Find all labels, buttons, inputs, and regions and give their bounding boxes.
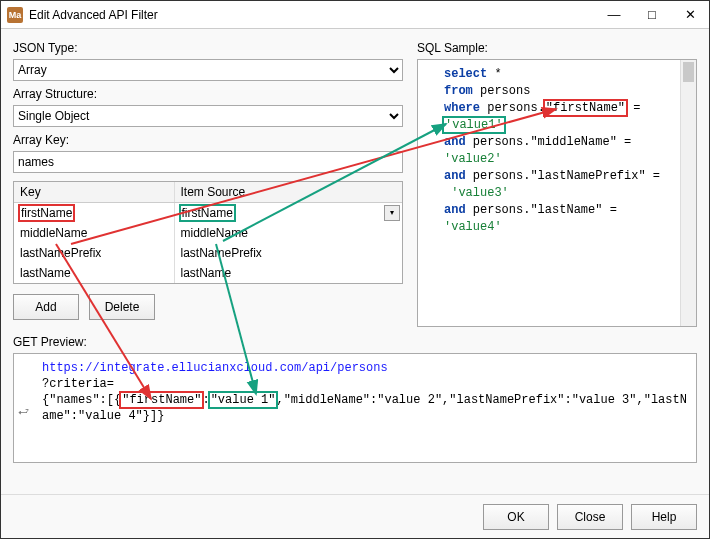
get-preview-label: GET Preview: xyxy=(13,335,697,349)
key-cell: firstName xyxy=(20,206,73,220)
key-cell: middleName xyxy=(14,223,174,243)
col-key-header[interactable]: Key xyxy=(14,182,174,203)
array-structure-label: Array Structure: xyxy=(13,87,403,101)
dialog-footer: OK Close Help xyxy=(1,494,709,538)
sql-firstname-col: "firstName" xyxy=(545,101,626,115)
wrap-icon: ⮐ xyxy=(18,404,29,420)
dialog-window: Ma Edit Advanced API Filter ― □ ✕ JSON T… xyxy=(0,0,710,539)
key-cell: lastName xyxy=(14,263,174,283)
json-type-label: JSON Type: xyxy=(13,41,403,55)
source-cell: lastNamePrefix xyxy=(174,243,402,263)
help-button[interactable]: Help xyxy=(631,504,697,530)
key-cell: lastNamePrefix xyxy=(14,243,174,263)
array-key-label: Array Key: xyxy=(13,133,403,147)
get-preview-box: ⮐ https://integrate.ellucianxcloud.com/a… xyxy=(13,353,697,463)
scrollbar[interactable] xyxy=(680,60,696,326)
source-cell: lastName xyxy=(174,263,402,283)
close-window-button[interactable]: ✕ xyxy=(671,1,709,29)
add-button[interactable]: Add xyxy=(13,294,79,320)
array-key-input[interactable] xyxy=(13,151,403,173)
get-firstname-key: "firstName" xyxy=(121,393,202,407)
table-row[interactable]: middleName middleName xyxy=(14,223,402,243)
sql-sample-label: SQL Sample: xyxy=(417,41,697,55)
close-button[interactable]: Close xyxy=(557,504,623,530)
table-row[interactable]: lastNamePrefix lastNamePrefix xyxy=(14,243,402,263)
table-row[interactable]: lastName lastName xyxy=(14,263,402,283)
maximize-button[interactable]: □ xyxy=(633,1,671,29)
key-source-table: Key Item Source firstName firstName ▾ xyxy=(13,181,403,284)
table-row[interactable]: firstName firstName ▾ xyxy=(14,203,402,223)
sql-sample-box: select *from personswhere persons."first… xyxy=(417,59,697,327)
app-icon: Ma xyxy=(7,7,23,23)
window-title: Edit Advanced API Filter xyxy=(29,8,158,22)
chevron-down-icon[interactable]: ▾ xyxy=(384,205,400,221)
source-cell: firstName xyxy=(181,206,234,220)
col-source-header[interactable]: Item Source xyxy=(174,182,402,203)
sql-value1: 'value1' xyxy=(444,118,504,132)
ok-button[interactable]: OK xyxy=(483,504,549,530)
get-value1: "value 1" xyxy=(210,393,277,407)
titlebar: Ma Edit Advanced API Filter ― □ ✕ xyxy=(1,1,709,29)
minimize-button[interactable]: ― xyxy=(595,1,633,29)
delete-button[interactable]: Delete xyxy=(89,294,155,320)
source-cell: middleName xyxy=(174,223,402,243)
json-type-select[interactable]: Array xyxy=(13,59,403,81)
get-url: https://integrate.ellucianxcloud.com/api… xyxy=(42,361,388,375)
array-structure-select[interactable]: Single Object xyxy=(13,105,403,127)
